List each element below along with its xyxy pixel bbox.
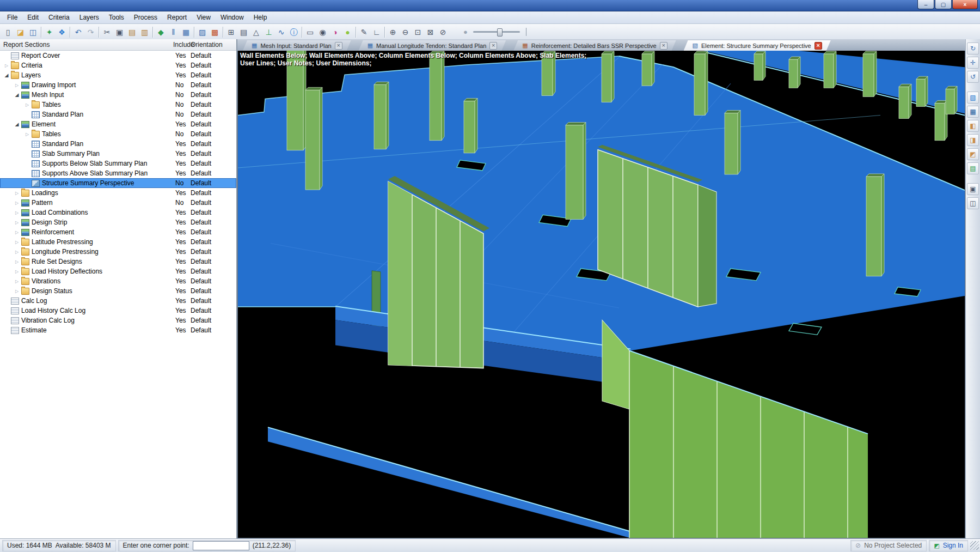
include-value[interactable]: Yes bbox=[175, 120, 186, 128]
orientation-value[interactable]: Default bbox=[191, 199, 211, 207]
include-value[interactable]: Yes bbox=[175, 307, 186, 314]
close-button[interactable]: × bbox=[952, 0, 978, 9]
tab-mesh-input-standard-plan[interactable]: ▦Mesh Input: Standard Plan× bbox=[243, 40, 351, 51]
orientation-value[interactable]: Default bbox=[191, 62, 211, 69]
tree-item-load-history-deflections[interactable]: ▷Load History DeflectionsYesDefault bbox=[0, 266, 236, 276]
tree-item-supports-above-slab-summary-plan[interactable]: Supports Above Slab Summary PlanYesDefau… bbox=[0, 168, 236, 178]
include-value[interactable]: Yes bbox=[175, 228, 186, 236]
include-value[interactable]: Yes bbox=[175, 238, 186, 246]
open-folder-button[interactable]: ◪ bbox=[14, 26, 27, 38]
menu-report[interactable]: Report bbox=[162, 13, 192, 22]
include-value[interactable]: No bbox=[175, 81, 183, 89]
menu-tools[interactable]: Tools bbox=[104, 13, 129, 22]
tree-item-estimate[interactable]: EstimateYesDefault bbox=[0, 325, 236, 335]
paste-special-button[interactable]: ▥ bbox=[138, 26, 151, 38]
sign-in-button[interactable]: ◩ Sign In bbox=[929, 540, 968, 551]
resize-grip[interactable] bbox=[970, 541, 979, 550]
tree-item-longitude-prestressing[interactable]: ▷Longitude PrestressingYesDefault bbox=[0, 247, 236, 257]
zoom-window-button[interactable]: ⊡ bbox=[412, 26, 424, 38]
orientation-value[interactable]: Default bbox=[191, 228, 211, 236]
tree-item-layers[interactable]: ◢LayersYesDefault bbox=[0, 70, 236, 80]
menu-help[interactable]: Help bbox=[249, 13, 272, 22]
print-view-button[interactable]: ▣ bbox=[967, 183, 979, 195]
tab-close-icon[interactable]: × bbox=[660, 42, 667, 50]
orientation-value[interactable]: Default bbox=[191, 52, 211, 59]
tree-item-rule-set-designs[interactable]: ▷Rule Set DesignsYesDefault bbox=[0, 257, 236, 266]
orientation-value[interactable]: Default bbox=[191, 307, 211, 314]
tab-manual-longitude-tendon-standard-plan[interactable]: ▦Manual Longitude Tendon: Standard Plan× bbox=[359, 40, 506, 51]
expand-arrow-icon[interactable]: ▷ bbox=[14, 83, 20, 88]
orientation-value[interactable]: Default bbox=[191, 120, 211, 128]
mesh-display-button[interactable]: ▩ bbox=[209, 26, 221, 38]
expand-arrow-icon[interactable]: ▷ bbox=[24, 132, 30, 137]
expand-arrow-icon[interactable]: ▷ bbox=[14, 210, 20, 215]
tab-element-structure-summary-perspective[interactable]: ▧Element: Structure Summary Perspective× bbox=[684, 40, 831, 51]
orientation-value[interactable]: Default bbox=[191, 150, 211, 157]
tree-item-load-history-calc-log[interactable]: Load History Calc LogYesDefault bbox=[0, 306, 236, 316]
maximize-button[interactable]: ▢ bbox=[935, 0, 952, 9]
app-mesh-button[interactable]: ✦ bbox=[43, 26, 56, 38]
expand-arrow-icon[interactable]: ▷ bbox=[14, 259, 20, 264]
include-value[interactable]: Yes bbox=[175, 189, 186, 197]
include-value[interactable]: Yes bbox=[175, 140, 186, 148]
orientation-value[interactable]: Default bbox=[191, 71, 211, 79]
display-mode-icon[interactable]: ● bbox=[463, 28, 468, 36]
include-value[interactable]: Yes bbox=[175, 287, 186, 295]
corner-point-input[interactable] bbox=[193, 541, 249, 550]
menu-view[interactable]: View bbox=[192, 13, 216, 22]
orientation-value[interactable]: Default bbox=[191, 277, 211, 285]
report-form-button[interactable]: ▤ bbox=[237, 26, 250, 38]
menu-edit[interactable]: Edit bbox=[22, 13, 44, 22]
tree-item-loadings[interactable]: ▷LoadingsYesDefault bbox=[0, 188, 236, 198]
data-table-button[interactable]: ⊞ bbox=[225, 26, 237, 38]
tree-item-structure-summary-perspective[interactable]: Structure Summary PerspectiveNoDefault bbox=[0, 178, 236, 188]
expand-arrow-icon[interactable]: ◢ bbox=[3, 72, 10, 78]
color-palette-button[interactable]: ◑ bbox=[329, 26, 341, 38]
new-file-button[interactable]: ▯ bbox=[2, 26, 14, 38]
menu-file[interactable]: File bbox=[2, 13, 22, 22]
tree-item-vibrations[interactable]: ▷VibrationsYesDefault bbox=[0, 276, 236, 286]
tree-item-latitude-prestressing[interactable]: ▷Latitude PrestressingYesDefault bbox=[0, 237, 236, 247]
tree-item-pattern[interactable]: ▷PatternNoDefault bbox=[0, 198, 236, 208]
titlebar[interactable]: –▢× bbox=[0, 0, 980, 11]
orientation-value[interactable]: Default bbox=[191, 326, 211, 334]
include-value[interactable]: Yes bbox=[175, 209, 186, 216]
include-value[interactable]: Yes bbox=[175, 258, 186, 265]
tree-item-design-status[interactable]: ▷Design StatusYesDefault bbox=[0, 286, 236, 296]
orientation-value[interactable]: Default bbox=[191, 189, 211, 197]
grid-display-button[interactable]: ▦ bbox=[180, 26, 192, 38]
tree-item-design-strip[interactable]: ▷Design StripYesDefault bbox=[0, 217, 236, 227]
expand-arrow-icon[interactable]: ▷ bbox=[14, 279, 20, 284]
include-value[interactable]: Yes bbox=[175, 62, 186, 69]
tree-item-load-combinations[interactable]: ▷Load CombinationsYesDefault bbox=[0, 208, 236, 217]
orientation-value[interactable]: Default bbox=[191, 258, 211, 265]
include-value[interactable]: No bbox=[175, 91, 183, 99]
tab-reinforcement-detailed-bars-ssr-perspective[interactable]: ▦Reinforcement: Detailed Bars SSR Perspe… bbox=[513, 40, 676, 51]
orientation-column-header[interactable]: Orientation bbox=[191, 41, 223, 48]
tree-item-standard-plan[interactable]: Standard PlanNoDefault bbox=[0, 110, 236, 119]
tab-close-icon[interactable]: × bbox=[814, 42, 822, 50]
orientation-value[interactable]: Default bbox=[191, 160, 211, 167]
column-display-button[interactable]: ‖ bbox=[167, 26, 180, 38]
tree-item-tables[interactable]: ▷TablesNoDefault bbox=[0, 129, 236, 139]
include-value[interactable]: Yes bbox=[175, 219, 186, 226]
view-wireframe-button[interactable]: ▦ bbox=[967, 106, 979, 118]
orientation-value[interactable]: Default bbox=[191, 81, 211, 89]
3d-viewport[interactable]: Wall Elements Below; Wall Elements Above… bbox=[237, 51, 965, 538]
tree-item-tables[interactable]: ▷TablesNoDefault bbox=[0, 100, 236, 110]
tree-item-supports-below-slab-summary-plan[interactable]: Supports Below Slab Summary PlanYesDefau… bbox=[0, 159, 236, 168]
orientation-value[interactable]: Default bbox=[191, 317, 211, 324]
pan-button[interactable]: ✛ bbox=[967, 57, 979, 69]
include-value[interactable]: Yes bbox=[175, 71, 186, 79]
measure-button[interactable]: ∟ bbox=[370, 26, 383, 38]
cut-button[interactable]: ✂ bbox=[101, 26, 113, 38]
view-layers-button[interactable]: ▤ bbox=[967, 162, 979, 174]
app-model-button[interactable]: ❖ bbox=[56, 26, 68, 38]
include-value[interactable]: No bbox=[175, 199, 183, 207]
orientation-value[interactable]: Default bbox=[191, 209, 211, 216]
orientation-value[interactable]: Default bbox=[191, 248, 211, 256]
export-view-button[interactable]: ◫ bbox=[967, 197, 979, 209]
expand-arrow-icon[interactable]: ▷ bbox=[14, 250, 20, 254]
orientation-value[interactable]: Default bbox=[191, 169, 211, 177]
info-button[interactable]: ⓘ bbox=[287, 26, 300, 38]
